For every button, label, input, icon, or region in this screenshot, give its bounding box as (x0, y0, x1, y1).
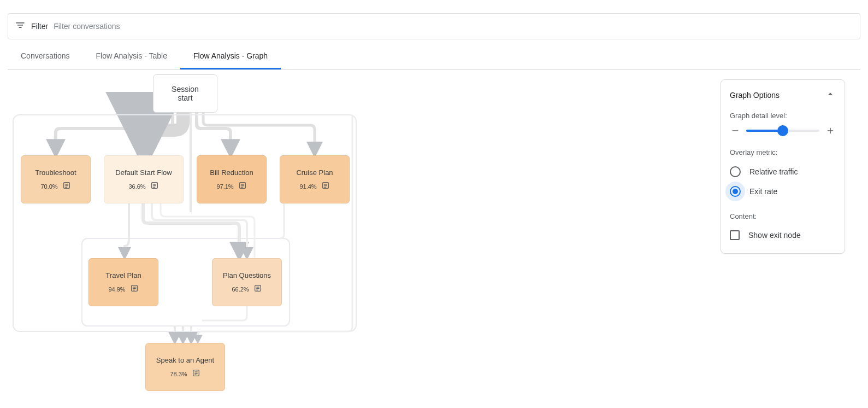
zoom-in-button[interactable] (825, 125, 836, 136)
filter-label: Filter (31, 22, 48, 31)
node-travel-percent: 94.9% (108, 286, 125, 293)
node-default-percent: 36.6% (128, 183, 145, 190)
tab-conversations[interactable]: Conversations (8, 44, 83, 69)
graph-options-panel: Graph Options Graph detail level: Overla… (721, 79, 845, 254)
node-cruise-title: Cruise Plan (296, 168, 333, 177)
radio-exit-rate[interactable]: Exit rate (730, 182, 836, 201)
checkbox-show-exit-label: Show exit node (748, 231, 801, 240)
filter-bar: Filter (8, 13, 860, 39)
node-speak-to-agent[interactable]: Speak to an Agent 78.3% (145, 343, 225, 391)
node-cruise-percent: 91.4% (299, 183, 316, 190)
node-travel-plan[interactable]: Travel Plan 94.9% (88, 258, 158, 306)
list-icon[interactable] (150, 181, 159, 192)
detail-level-label: Graph detail level: (730, 112, 836, 120)
radio-relative-traffic[interactable]: Relative traffic (730, 162, 836, 182)
list-icon[interactable] (253, 284, 262, 295)
collapse-icon[interactable] (825, 89, 836, 102)
node-session-start[interactable]: Session start (153, 74, 217, 113)
overlay-metric-label: Overlay metric: (730, 148, 836, 156)
node-bill-reduction[interactable]: Bill Reduction 97.1% (197, 155, 267, 203)
list-icon[interactable] (62, 181, 71, 192)
node-agent-percent: 78.3% (170, 371, 187, 377)
graph-options-title: Graph Options (730, 91, 780, 100)
radio-exit-label: Exit rate (749, 187, 777, 196)
node-default-start-flow[interactable]: Default Start Flow 36.6% (104, 155, 184, 203)
node-travel-title: Travel Plan (105, 271, 141, 279)
svg-rect-0 (13, 115, 356, 331)
node-troubleshoot-title: Troubleshoot (35, 168, 76, 177)
filter-input[interactable] (54, 22, 853, 31)
node-troubleshoot[interactable]: Troubleshoot 70.0% (21, 155, 91, 203)
checkbox-box-icon (730, 230, 740, 240)
node-troubleshoot-percent: 70.0% (40, 183, 57, 190)
zoom-out-button[interactable] (730, 125, 741, 136)
node-cruise-plan[interactable]: Cruise Plan 91.4% (280, 155, 350, 203)
list-icon[interactable] (238, 181, 247, 192)
node-plan-questions[interactable]: Plan Questions 66.2% (212, 258, 282, 306)
list-icon[interactable] (192, 369, 200, 380)
node-questions-title: Plan Questions (223, 271, 271, 279)
radio-relative-label: Relative traffic (749, 167, 798, 176)
content-label: Content: (730, 212, 836, 220)
node-bill-title: Bill Reduction (210, 168, 253, 177)
checkbox-show-exit-node[interactable]: Show exit node (730, 226, 836, 244)
tab-flow-analysis-table[interactable]: Flow Analysis - Table (83, 44, 180, 69)
tabs-container: Conversations Flow Analysis - Table Flow… (8, 44, 860, 70)
node-session-start-label: Session start (172, 85, 199, 102)
list-icon[interactable] (321, 181, 330, 192)
node-questions-percent: 66.2% (232, 286, 249, 293)
node-agent-title: Speak to an Agent (156, 356, 214, 364)
list-icon[interactable] (130, 284, 139, 295)
node-default-title: Default Start Flow (115, 168, 172, 177)
slider-thumb[interactable] (777, 125, 788, 136)
detail-slider[interactable] (746, 130, 819, 132)
node-bill-percent: 97.1% (216, 183, 233, 190)
tab-flow-analysis-graph[interactable]: Flow Analysis - Graph (180, 44, 281, 69)
filter-icon (15, 20, 26, 33)
